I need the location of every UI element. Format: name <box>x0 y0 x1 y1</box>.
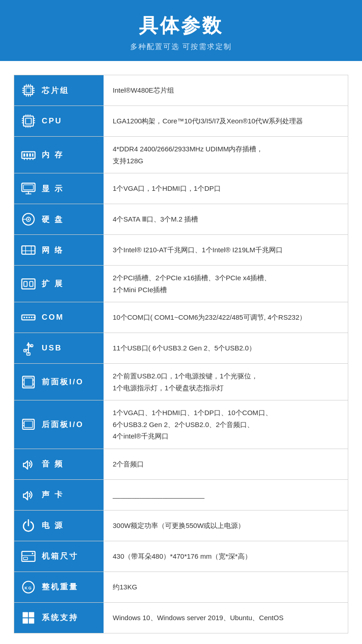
spec-value-inner-rear-io: 1个VGA口、1个HDMI口、1个DP口、10个COM口、6个USB3.2 Ge… <box>113 407 339 442</box>
power-icon <box>20 517 37 534</box>
label-text-front-io: 前面板I/O <box>42 377 84 387</box>
label-text-sound-card: 声 卡 <box>42 489 64 500</box>
spec-value-inner-usb: 11个USB口( 6个USB3.2 Gen 2、5个USB2.0） <box>113 342 339 354</box>
spec-label-storage: 硬 盘 <box>14 204 104 234</box>
label-text-memory: 内 存 <box>42 150 64 160</box>
label-text-storage: 硬 盘 <box>42 214 64 225</box>
spec-label-cpu: CPU <box>14 106 104 136</box>
spec-row-usb: USB11个USB口( 6个USB3.2 Gen 2、5个USB2.0） <box>14 333 348 364</box>
spec-row-com: COM10个COM口( COM1~COM6为232/422/485可调节, 4个… <box>14 302 348 333</box>
spec-value-inner-os: Windows 10、Windows server 2019、Ubuntu、Ce… <box>113 612 339 624</box>
network-icon <box>20 241 37 259</box>
spec-row-audio: 音 频2个音频口 <box>14 449 348 480</box>
header: 具体参数 多种配置可选 可按需求定制 <box>0 0 362 61</box>
spec-row-front-io: 前面板I/O2个前置USB2.0口，1个电源按键，1个光驱位，1个电源指示灯，1… <box>14 363 348 400</box>
spec-value-chipset: Intel®W480E芯片组 <box>104 75 348 105</box>
spec-value-display: 1个VGA口，1个HDMI口，1个DP口 <box>104 173 348 204</box>
spec-row-rear-io: 后面板I/O1个VGA口、1个HDMI口、1个DP口、10个COM口、6个USB… <box>14 400 348 449</box>
chipset-icon <box>20 82 37 99</box>
spec-value-memory: 4*DDR4 2400/2666/2933MHz UDIMM内存插槽，支持128… <box>104 137 348 173</box>
content-area: 芯片组Intel®W480E芯片组CPULGA1200构架，Core™10代I3… <box>0 61 362 644</box>
spec-label-usb: USB <box>14 333 104 363</box>
spec-label-front-io: 前面板I/O <box>14 364 104 400</box>
spec-value-front-io: 2个前置USB2.0口，1个电源按键，1个光驱位，1个电源指示灯，1个硬盘状态指… <box>104 364 348 400</box>
spec-value-chassis: 430（带耳朵480）*470*176 mm（宽*深*高） <box>104 541 348 572</box>
spec-row-memory: 内 存4*DDR4 2400/2666/2933MHz UDIMM内存插槽，支持… <box>14 136 348 173</box>
cpu-icon <box>20 112 37 130</box>
spec-value-os: Windows 10、Windows server 2019、Ubuntu、Ce… <box>104 603 348 633</box>
label-text-expansion: 扩 展 <box>42 278 64 289</box>
label-text-audio: 音 频 <box>42 459 64 469</box>
spec-value-power: 300W额定功率（可更换550W或以上电源） <box>104 511 348 541</box>
chassis-icon <box>20 548 37 565</box>
spec-value-weight: 约13KG <box>104 572 348 602</box>
spec-value-inner-com: 10个COM口( COM1~COM6为232/422/485可调节, 4个RS2… <box>113 311 339 323</box>
expansion-icon <box>20 275 37 293</box>
spec-label-network: 网 络 <box>14 235 104 265</box>
spec-label-os: 系统支持 <box>14 603 104 633</box>
spec-row-display: 显 示1个VGA口，1个HDMI口，1个DP口 <box>14 173 348 204</box>
storage-icon <box>20 211 37 228</box>
memory-icon <box>20 146 37 164</box>
com-icon <box>20 309 37 326</box>
spec-label-audio: 音 频 <box>14 449 104 479</box>
spec-label-expansion: 扩 展 <box>14 266 104 302</box>
spec-label-rear-io: 后面板I/O <box>14 400 104 449</box>
label-text-weight: 整机重量 <box>42 582 78 592</box>
spec-value-inner-network: 3个Intel® I210-AT千兆网口、1个Intel® I219LM千兆网口 <box>113 244 339 256</box>
label-text-display: 显 示 <box>42 183 64 194</box>
spec-value-inner-cpu: LGA1200构架，Core™10代I3/I5/I7及Xeon®10代W系列处理… <box>113 115 339 127</box>
spec-value-rear-io: 1个VGA口、1个HDMI口、1个DP口、10个COM口、6个USB3.2 Ge… <box>104 400 348 449</box>
spec-value-com: 10个COM口( COM1~COM6为232/422/485可调节, 4个RS2… <box>104 302 348 333</box>
spec-label-chassis: 机箱尺寸 <box>14 541 104 572</box>
spec-value-cpu: LGA1200构架，Core™10代I3/I5/I7及Xeon®10代W系列处理… <box>104 106 348 136</box>
spec-label-power: 电 源 <box>14 511 104 541</box>
spec-value-storage: 4个SATA Ⅲ口、3个M.2 插槽 <box>104 204 348 234</box>
spec-row-weight: 整机重量约13KG <box>14 572 348 603</box>
label-text-network: 网 络 <box>42 245 64 255</box>
weight-icon <box>20 578 37 596</box>
spec-value-network: 3个Intel® I210-AT千兆网口、1个Intel® I219LM千兆网口 <box>104 235 348 265</box>
label-text-cpu: CPU <box>42 117 62 126</box>
spec-row-chipset: 芯片组Intel®W480E芯片组 <box>14 75 348 106</box>
sound-card-icon <box>20 486 37 504</box>
spec-value-inner-audio: 2个音频口 <box>113 458 339 470</box>
label-text-chassis: 机箱尺寸 <box>42 551 78 561</box>
spec-label-sound-card: 声 卡 <box>14 480 104 510</box>
rear-io-icon <box>20 416 37 433</box>
spec-value-inner-power: 300W额定功率（可更换550W或以上电源） <box>113 520 339 532</box>
audio-icon <box>20 455 37 473</box>
spec-value-sound-card: ________________________ <box>104 480 348 510</box>
spec-row-chassis: 机箱尺寸430（带耳朵480）*470*176 mm（宽*深*高） <box>14 541 348 572</box>
label-text-power: 电 源 <box>42 520 64 531</box>
label-text-rear-io: 后面板I/O <box>42 419 84 430</box>
spec-label-display: 显 示 <box>14 173 104 204</box>
spec-label-memory: 内 存 <box>14 137 104 173</box>
label-text-usb: USB <box>42 344 62 353</box>
spec-row-power: 电 源300W额定功率（可更换550W或以上电源） <box>14 510 348 541</box>
spec-value-inner-front-io: 2个前置USB2.0口，1个电源按键，1个光驱位，1个电源指示灯，1个硬盘状态指… <box>113 370 339 394</box>
os-icon <box>20 609 37 627</box>
display-icon <box>20 180 37 197</box>
spec-value-inner-chipset: Intel®W480E芯片组 <box>113 84 339 96</box>
spec-value-inner-chassis: 430（带耳朵480）*470*176 mm（宽*深*高） <box>113 550 339 562</box>
spec-row-os: 系统支持Windows 10、Windows server 2019、Ubunt… <box>14 602 348 633</box>
spec-row-expansion: 扩 展2个PCI插槽、2个PCIe x16插槽、3个PCIe x4插槽、1个Mi… <box>14 265 348 302</box>
spec-label-weight: 整机重量 <box>14 572 104 602</box>
spec-value-audio: 2个音频口 <box>104 449 348 479</box>
spec-value-expansion: 2个PCI插槽、2个PCIe x16插槽、3个PCIe x4插槽、1个Mini … <box>104 266 348 302</box>
spec-row-sound-card: 声 卡________________________ <box>14 479 348 511</box>
page-subtitle: 多种配置可选 可按需求定制 <box>9 42 353 52</box>
spec-row-cpu: CPULGA1200构架，Core™10代I3/I5/I7及Xeon®10代W系… <box>14 105 348 137</box>
page-title: 具体参数 <box>9 13 353 39</box>
label-text-com: COM <box>42 313 64 322</box>
spec-value-inner-weight: 约13KG <box>113 581 339 593</box>
front-io-icon <box>20 373 37 391</box>
spec-row-network: 网 络3个Intel® I210-AT千兆网口、1个Intel® I219LM千… <box>14 234 348 266</box>
label-text-os: 系统支持 <box>42 612 78 623</box>
spec-label-chipset: 芯片组 <box>14 75 104 105</box>
usb-icon <box>20 339 37 357</box>
spec-value-inner-storage: 4个SATA Ⅲ口、3个M.2 插槽 <box>113 213 339 225</box>
spec-value-inner-memory: 4*DDR4 2400/2666/2933MHz UDIMM内存插槽，支持128… <box>113 143 339 167</box>
spec-label-com: COM <box>14 302 104 333</box>
